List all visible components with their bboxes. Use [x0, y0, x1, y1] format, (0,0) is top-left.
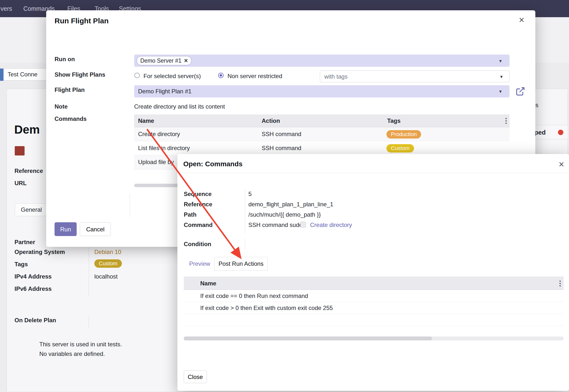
col-name-header[interactable]: Name: [138, 117, 154, 124]
custom-tag-badge: Custom: [386, 144, 414, 153]
row-action: SSH command: [262, 145, 301, 152]
dialog-title: Open: Commands: [183, 160, 242, 168]
col-action-header[interactable]: Action: [262, 117, 280, 124]
unit-test-note-line2: No variables are defined.: [39, 350, 105, 357]
field-divider: [245, 239, 245, 250]
flight-plan-label: Flight Plan: [55, 86, 85, 93]
field-divider: [89, 315, 89, 328]
run-button[interactable]: Run: [55, 222, 77, 236]
reference-label: Reference: [14, 168, 43, 174]
nav-item-servers[interactable]: vers: [0, 5, 12, 12]
commands-table-header: [134, 114, 510, 127]
cancel-button[interactable]: Cancel: [80, 222, 111, 236]
field-divider: [245, 190, 245, 233]
table-row[interactable]: [134, 141, 510, 155]
radio-for-selected-servers[interactable]: [134, 73, 140, 78]
note-value: Create directory and list its content: [134, 103, 225, 110]
production-tag-badge: Production: [386, 130, 421, 139]
screen: vers Commands Files Tools Settings Test …: [0, 0, 569, 392]
with-tags-value: with tags: [324, 73, 348, 80]
partner-label: Partner: [14, 239, 35, 246]
chevron-down-icon[interactable]: ▾: [499, 58, 502, 64]
post-run-action-row[interactable]: If exit code > 0 then Exit with custom e…: [200, 305, 333, 311]
open-commands-dialog: [177, 154, 569, 391]
external-link-icon[interactable]: [515, 86, 525, 96]
tags-custom-badge: Custom: [94, 259, 122, 268]
radio-non-server-restricted-label[interactable]: Non server restricted: [228, 73, 282, 80]
command-checkbox[interactable]: [300, 222, 306, 227]
close-button[interactable]: Close: [184, 370, 207, 383]
server-tag-chip[interactable]: Demo Server #1 ✕: [137, 56, 192, 65]
flight-plan-value: Demo Flight Plan #1: [138, 88, 191, 95]
commands-field-divider: [130, 194, 130, 217]
column-options-icon[interactable]: ⋮: [503, 117, 510, 124]
on-delete-plan-label: On Delete Plan: [14, 317, 56, 324]
tab-preview[interactable]: Preview: [189, 260, 210, 267]
create-directory-link[interactable]: Create directory: [310, 222, 352, 228]
ipv4-value: localhost: [94, 273, 118, 280]
status-red-dot-icon: [558, 130, 563, 135]
run-on-label: Run on: [55, 56, 75, 63]
close-icon[interactable]: ×: [559, 160, 564, 169]
row-action: SSH command: [262, 131, 301, 138]
remove-tag-icon[interactable]: ✕: [184, 58, 188, 64]
server-page-title: Dem: [14, 123, 40, 136]
operating-system-value[interactable]: Debian 10: [94, 249, 121, 255]
horizontal-scrollbar-thumb[interactable]: [184, 336, 432, 340]
reference-value: demo_flight_plan_1_plan_line_1: [248, 201, 333, 208]
server-color-swatch[interactable]: [15, 146, 25, 155]
operating-system-label: Operating System: [14, 249, 65, 255]
unit-test-note-line1: This server is used in unit tests.: [39, 341, 122, 348]
note-label: Note: [55, 103, 68, 110]
post-run-table-header: [184, 277, 564, 290]
path-label: Path: [184, 211, 197, 218]
post-run-action-row[interactable]: If exit code == 0 then Run next command: [200, 293, 308, 299]
command-value: SSH command sudo: [248, 222, 302, 228]
sequence-label: Sequence: [184, 191, 212, 197]
tags-label: Tags: [14, 261, 28, 268]
with-tags-select[interactable]: [320, 70, 510, 82]
row-name[interactable]: Upload file by: [138, 159, 174, 166]
radio-for-selected-servers-label[interactable]: For selected server(s): [143, 73, 201, 80]
url-label: URL: [14, 180, 27, 187]
show-flight-plans-label: Show Flight Plans: [55, 71, 105, 78]
empty-table-row: [184, 314, 564, 326]
table-row[interactable]: [134, 127, 510, 141]
radio-non-server-restricted[interactable]: [218, 73, 224, 78]
row-name[interactable]: Create directory: [138, 131, 180, 138]
command-label: Command: [184, 222, 213, 228]
server-tag-label: Demo Server #1: [140, 57, 181, 64]
partial-button-edge[interactable]: [0, 69, 3, 81]
col-tags-header[interactable]: Tags: [387, 117, 400, 124]
dialog-header-divider: [177, 173, 569, 173]
ipv6-label: IPv6 Address: [14, 285, 52, 292]
dialog-title: Run Flight Plan: [55, 17, 109, 25]
column-options-icon[interactable]: ⋮: [557, 280, 564, 287]
sequence-value: 5: [248, 191, 252, 197]
ipv4-label: IPv4 Address: [14, 273, 52, 280]
commands-label: Commands: [55, 115, 87, 122]
reference-label: Reference: [184, 201, 212, 208]
path-value: /such/much/{{ demo_path }}: [248, 211, 321, 218]
row-name[interactable]: List files in directory: [138, 145, 190, 152]
tab-post-run-actions[interactable]: Post Run Actions: [214, 257, 268, 271]
chevron-down-icon[interactable]: ▾: [499, 88, 502, 94]
tab-general[interactable]: General: [15, 203, 48, 216]
col-name-header[interactable]: Name: [200, 280, 216, 287]
close-icon[interactable]: ×: [519, 15, 524, 25]
chevron-down-icon[interactable]: ▾: [500, 74, 503, 80]
condition-label: Condition: [184, 241, 211, 248]
